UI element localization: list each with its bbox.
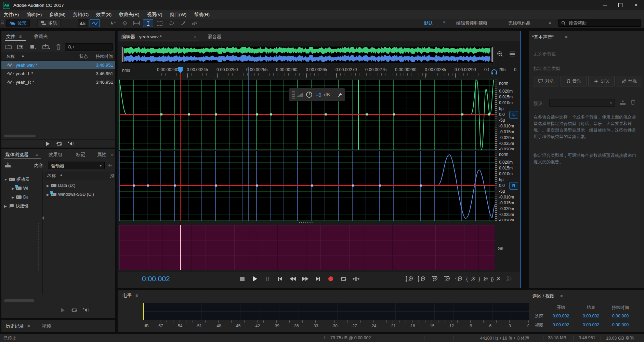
sample-point[interactable]	[215, 184, 217, 187]
menu-item[interactable]: 视图(V)	[143, 12, 166, 18]
show-waveform-display-button[interactable]	[78, 19, 88, 27]
delete-preset-icon[interactable]	[631, 99, 635, 105]
workspace-overflow-chevron[interactable]: »	[549, 20, 551, 25]
back-arrow-icon[interactable]	[107, 163, 112, 167]
menu-item[interactable]: 帮助(H)	[190, 12, 213, 18]
tree-list-divider[interactable]	[42, 172, 43, 295]
column-name[interactable]: 名称	[47, 173, 56, 179]
slip-tool[interactable]	[131, 19, 142, 27]
workspace-edit-audio-video[interactable]: 编辑音频到视频	[456, 20, 487, 26]
tab-media-browser[interactable]: 媒体浏览器	[5, 152, 29, 158]
selection-duration-value[interactable]: 0:00.000	[605, 314, 635, 318]
column-name[interactable]: 名称	[6, 54, 15, 59]
zoom-out-full-button[interactable]	[454, 274, 464, 283]
zoom-in-amplitude-button[interactable]	[405, 274, 415, 283]
workspace-menu-icon[interactable]: ≡	[443, 20, 445, 24]
stop-button[interactable]	[237, 274, 247, 284]
column-duration[interactable]: 持续时间	[110, 173, 115, 179]
sample-point[interactable]	[366, 113, 368, 115]
loop-playback-button[interactable]	[338, 274, 349, 284]
zoom-out-time-button[interactable]	[442, 274, 452, 283]
playback-time-display[interactable]: 0:00.002	[142, 275, 170, 283]
play-preview-icon[interactable]	[61, 308, 65, 313]
media-item-windows-ssd[interactable]: ▶ Windows-SSD (C:)	[47, 191, 115, 198]
menu-item[interactable]: 窗口(W)	[166, 12, 190, 18]
zoom-to-selection-button[interactable]: {}	[491, 274, 501, 283]
chevron-collapsed-icon[interactable]: ▶	[12, 195, 14, 199]
waveform-overview[interactable]	[121, 46, 494, 63]
trash-icon[interactable]	[56, 44, 61, 50]
history-menu-icon[interactable]: ≡	[27, 324, 30, 329]
media-horizontal-scrollbar[interactable]	[4, 299, 34, 302]
tab-editor[interactable]: 编辑器 : yeah.wav *	[121, 34, 162, 40]
play-preview-icon[interactable]	[46, 141, 50, 146]
sample-point[interactable]	[174, 184, 176, 187]
volume-knob-icon[interactable]	[306, 91, 313, 99]
tab-levels[interactable]: 电平	[122, 292, 132, 299]
hud-gain-value[interactable]: +0	[315, 92, 321, 98]
overview-left-handle[interactable]	[122, 47, 123, 62]
sample-point[interactable]	[215, 113, 217, 115]
tab-favorites[interactable]: 收藏夹	[34, 33, 48, 40]
maximize-button[interactable]	[613, 0, 628, 10]
menu-item[interactable]: 文件(F)	[0, 12, 23, 18]
skip-to-start-button[interactable]	[275, 274, 285, 284]
new-content-icon[interactable]	[30, 44, 37, 49]
zoom-reset-button[interactable]	[503, 274, 513, 283]
column-status[interactable]: 状态	[79, 54, 88, 59]
fast-forward-button[interactable]	[300, 274, 311, 284]
tree-item-data-drive[interactable]: ▶ Data (D:)	[12, 193, 42, 201]
tab-essential-sound[interactable]: “基本声音”	[532, 34, 554, 40]
essential-sound-menu-icon[interactable]: ≡	[565, 35, 567, 40]
minimize-button[interactable]	[597, 0, 613, 10]
sample-point[interactable]	[256, 113, 258, 115]
open-file-icon[interactable]	[5, 44, 12, 49]
view-start-value[interactable]: 0:00.002	[546, 323, 576, 327]
spot-healing-brush-tool[interactable]	[189, 19, 200, 27]
paintbrush-selection-tool[interactable]	[178, 19, 188, 27]
skip-selection-button[interactable]	[351, 274, 361, 284]
tree-item-windows-ssd[interactable]: ▶ Windows-SSD (C:)	[12, 184, 42, 192]
media-browser-menu-icon[interactable]: ≡	[36, 152, 38, 157]
hud-grip[interactable]	[292, 91, 295, 99]
sample-point[interactable]	[147, 184, 149, 187]
loop-preview-icon[interactable]	[71, 308, 77, 313]
auto-play-icon[interactable]	[68, 141, 74, 146]
lasso-selection-tool[interactable]	[166, 19, 176, 27]
chevron-collapsed-icon[interactable]: ▶	[47, 184, 49, 188]
tab-files[interactable]: 文件	[6, 33, 15, 40]
import-media-icon[interactable]	[5, 162, 13, 168]
mix-type-sfx-button[interactable]: SFX	[588, 76, 615, 86]
content-dropdown[interactable]: 驱动器 ▼	[48, 162, 105, 169]
chevron-collapsed-icon[interactable]: ▶	[4, 204, 7, 208]
overview-right-handle[interactable]	[491, 47, 493, 62]
sample-point[interactable]	[325, 113, 327, 115]
file-row[interactable]: yeah_R * 3:46.951	[1, 78, 115, 86]
pin-icon[interactable]	[338, 92, 342, 97]
mix-type-ambience-button[interactable]: 环境	[616, 76, 642, 86]
file-row[interactable]: yeah.wav * 3:46.951	[1, 61, 115, 69]
toolbar-grip[interactable]	[1, 20, 4, 26]
levels-menu-icon[interactable]: ≡	[135, 293, 138, 298]
tree-item-drives[interactable]: ▼ 驱动器	[4, 176, 41, 183]
tree-scrollbar[interactable]	[38, 223, 39, 271]
tab-selection-view[interactable]: 选区 / 视图	[532, 293, 554, 299]
zoom-out-amplitude-button[interactable]	[417, 274, 427, 283]
sample-point[interactable]	[393, 113, 395, 115]
sample-point[interactable]	[488, 113, 490, 115]
search-input[interactable]	[568, 20, 628, 26]
editor-grid-settings-icon[interactable]	[507, 50, 517, 58]
zoom-to-out-point-button[interactable]: }	[478, 274, 489, 283]
chevron-collapsed-icon[interactable]: ▶	[47, 193, 49, 196]
spectral-split-handle[interactable]: •••••••	[118, 221, 495, 225]
files-panel-menu-icon[interactable]: ≡	[19, 34, 22, 39]
sample-point[interactable]	[352, 184, 354, 187]
razor-tool[interactable]	[120, 19, 130, 27]
sample-point[interactable]	[420, 184, 422, 187]
tab-history[interactable]: 历史记录	[5, 323, 24, 329]
move-tool[interactable]	[108, 19, 118, 27]
sample-point[interactable]	[160, 113, 162, 115]
selection-start-value[interactable]: 0:00.002	[546, 314, 576, 318]
sample-point[interactable]	[461, 113, 463, 115]
pause-button[interactable]	[262, 274, 273, 284]
